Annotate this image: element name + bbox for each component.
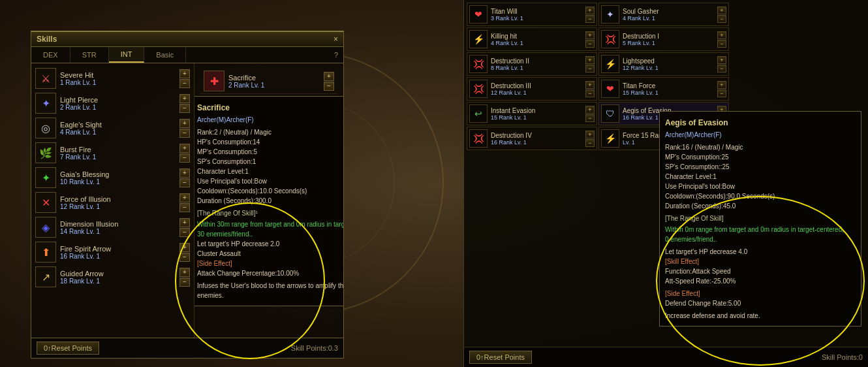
minus-button[interactable]: −	[179, 228, 190, 237]
skill-points-label: Skill Points:0.3	[291, 344, 338, 352]
aegis-cooldown: Cooldown:(Seconds):90.0 Seconds(s)	[665, 191, 856, 201]
minus-button[interactable]: −	[717, 65, 726, 72]
tooltip-duration: Duration (Seconds):300.0	[197, 196, 343, 206]
minus-button[interactable]: −	[179, 129, 190, 138]
plus-button[interactable]: +	[179, 193, 190, 202]
plus-button[interactable]: +	[179, 268, 190, 277]
minus-button[interactable]: −	[585, 139, 595, 147]
skill-buttons: + −	[179, 69, 190, 88]
tree-reset-button[interactable]: 0↑Reset Points	[469, 351, 532, 364]
plus-button[interactable]: +	[179, 243, 190, 252]
skill-info: Killing hit 4 Rank Lv. 1	[491, 33, 585, 46]
minus-button[interactable]: −	[179, 79, 190, 88]
list-item[interactable]: 🌿 Burst Fire 7 Rank Lv. 1 + −	[31, 140, 194, 165]
plus-button[interactable]: +	[585, 31, 595, 39]
tab-dex[interactable]: DEX	[31, 48, 70, 62]
skill-info: Burst Fire 7 Rank Lv. 1	[60, 146, 179, 161]
aegis-defend-rate: Defend Change Rate:5.00	[665, 298, 856, 308]
skill-name: Light Pierce	[60, 96, 179, 104]
skill-icon-destruction-1: 💢	[601, 30, 619, 48]
list-item[interactable]: ✕ Force of Illusion 12 Rank Lv. 1 + −	[31, 190, 194, 215]
minus-button[interactable]: −	[179, 203, 190, 212]
plus-button[interactable]: +	[717, 81, 726, 89]
skill-info: Guided Arrow 18 Rank Lv. 1	[60, 270, 179, 285]
skill-icon-killing-hit: ⚡	[469, 30, 488, 48]
list-item[interactable]: ✦ Gaia's Blessing 10 Rank Lv. 1 + −	[31, 165, 194, 190]
minus-button[interactable]: −	[179, 104, 190, 113]
minus-button[interactable]: −	[717, 15, 726, 23]
aegis-name: Aegis of Evasion	[665, 117, 856, 129]
list-item[interactable]: ⚔ Severe Hit 1 Rank Lv. 1 + −	[31, 66, 194, 91]
skill-info: Titan Will 3 Rank Lv. 1	[491, 8, 585, 22]
skill-info: Destruction IV 16 Rank Lv. 1	[491, 132, 585, 146]
tab-help[interactable]: ?	[329, 48, 343, 62]
skill-buttons: + −	[585, 56, 595, 72]
skill-info: Destruction III 12 Rank Lv. 1	[491, 82, 585, 96]
plus-button[interactable]: +	[585, 7, 595, 14]
list-item[interactable]: ✚ Sacrifice 2 Rank Lv. 1 + −	[200, 69, 338, 94]
list-item[interactable]: ◈ Dimension Illusion 14 Rank Lv. 1 + −	[31, 215, 194, 240]
list-item: ↩ Instant Evasion 15 Rank Lv. 1 + −	[467, 102, 597, 125]
minus-button[interactable]: −	[585, 89, 595, 97]
minus-button[interactable]: −	[179, 178, 190, 187]
plus-button[interactable]: +	[179, 168, 190, 178]
close-button[interactable]: ×	[333, 35, 338, 44]
skill-name: Gaia's Blessing	[60, 170, 179, 178]
reset-points-button[interactable]: 0↑Reset Points	[37, 342, 99, 355]
minus-button[interactable]: −	[717, 40, 726, 48]
skill-rank: 15 Rank Lv. 1	[491, 114, 585, 121]
minus-button[interactable]: −	[585, 114, 595, 122]
list-item[interactable]: ✦ Light Pierce 2 Rank Lv. 1 + −	[31, 91, 194, 116]
plus-button[interactable]: +	[585, 106, 595, 114]
list-item[interactable]: ⬆ Fire Spirit Arrow 16 Rank Lv. 1 + −	[31, 240, 194, 264]
minus-button[interactable]: −	[585, 65, 595, 72]
list-item[interactable]: ↗ Guided Arrow 18 Rank Lv. 1 + −	[31, 264, 194, 289]
tab-int[interactable]: INT	[109, 47, 145, 63]
list-item[interactable]: ◎ Eagle's Sight 4 Rank Lv. 1 + −	[31, 116, 194, 140]
plus-button[interactable]: +	[585, 81, 595, 89]
skill-icon-dimension-illusion: ◈	[35, 217, 56, 238]
skill-tree-panel: ❤ Titan Will 3 Rank Lv. 1 + − ✦ Soul Gas…	[463, 0, 868, 367]
skill-rank: 4 Rank Lv. 1	[60, 129, 179, 136]
plus-button[interactable]: +	[179, 69, 190, 78]
skill-icon-sacrifice: ✚	[204, 71, 225, 91]
tooltip-tool: Use Principal's tool:Bow	[197, 176, 343, 186]
minus-button[interactable]: −	[585, 40, 595, 48]
plus-button[interactable]: +	[179, 94, 190, 103]
plus-button[interactable]: +	[717, 7, 726, 14]
minus-button[interactable]: −	[179, 278, 190, 287]
aegis-class: Archer(M)Archer(F)	[665, 130, 856, 140]
tooltip-char-level: Character Level:1	[197, 167, 343, 176]
skill-buttons: + −	[585, 106, 595, 122]
list-item: ⚡ Lightspeed 12 Rank Lv. 1 + −	[598, 52, 729, 76]
aegis-range-count: 0 enemies/friend..	[665, 234, 856, 244]
list-item: 💢 Destruction I 5 Rank Lv. 1 + −	[598, 27, 729, 51]
tooltip-range-text: Within 30m range from target and 0m radi…	[197, 219, 343, 229]
plus-button[interactable]: +	[585, 56, 595, 64]
skill-rank: 10 Rank Lv. 1	[60, 178, 179, 185]
plus-button[interactable]: +	[179, 144, 190, 153]
minus-button[interactable]: −	[717, 89, 726, 97]
tab-basic[interactable]: Basic	[144, 48, 186, 62]
skill-icon-eagles-sight: ◎	[35, 118, 56, 138]
plus-button[interactable]: +	[717, 56, 726, 64]
tooltip-side-header: [Side Effect]	[197, 259, 343, 268]
plus-button[interactable]: +	[179, 218, 190, 227]
plus-button[interactable]: +	[324, 72, 334, 81]
skill-buttons: + −	[179, 119, 190, 138]
skill-name: Guided Arrow	[60, 270, 179, 278]
plus-button[interactable]: +	[717, 31, 726, 39]
minus-button[interactable]: −	[585, 15, 595, 23]
minus-button[interactable]: −	[179, 253, 190, 262]
skill-name: Sacrifice	[228, 74, 324, 82]
minus-button[interactable]: −	[324, 82, 334, 91]
skill-icon-severe-hit: ⚔	[35, 68, 56, 89]
minus-button[interactable]: −	[179, 153, 190, 163]
skill-info: Light Pierce 2 Rank Lv. 1	[60, 96, 179, 111]
plus-button[interactable]: +	[179, 119, 190, 128]
skill-buttons: + −	[717, 7, 726, 23]
skill-tree-row: 💢 Destruction III 12 Rank Lv. 1 + − ❤ Ti…	[467, 77, 865, 101]
tab-str[interactable]: STR	[70, 48, 109, 62]
plus-button[interactable]: +	[585, 131, 595, 138]
aegis-hp-effect: Let target's HP decrease 4.0	[665, 247, 856, 257]
